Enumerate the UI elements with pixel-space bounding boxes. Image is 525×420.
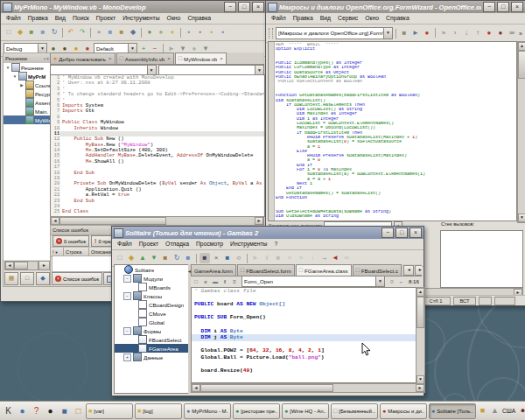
g-image-icon[interactable]: ■	[183, 253, 193, 263]
g-flag-icon[interactable]: ◄	[330, 253, 340, 263]
kweb-icon[interactable]: ●	[16, 404, 29, 417]
minimize-button[interactable]: −	[483, 2, 495, 12]
g-link-icon[interactable]: ∞	[341, 253, 352, 263]
e-split-h-icon[interactable]: ‖	[220, 277, 229, 286]
mono-code-editor[interactable]: ' MyWindow.vb created with MonoDevelop' …	[60, 74, 265, 217]
copy-icon[interactable]: ■	[38, 27, 48, 38]
tree-item-Main.[interactable]: Main.	[4, 107, 51, 116]
task-button-Макросы и ди...[interactable]: ●Макросы и ди...	[380, 403, 427, 419]
callstack-list[interactable]	[440, 230, 523, 288]
tree-item-Решение[interactable]: ▼Решение	[4, 63, 51, 72]
tree-item-Solitaire[interactable]: Solitaire	[115, 265, 188, 274]
g-save-icon[interactable]: ▲	[137, 253, 148, 263]
doc-2-icon[interactable]: ▪	[195, 27, 206, 38]
task-button-MyPrMono - M...[interactable]: ●MyPrMono - M...	[184, 403, 231, 419]
tab-error-list[interactable]: × Список ошибок	[52, 272, 102, 285]
g-archive-icon[interactable]: ■	[160, 253, 171, 263]
menu-item-Правка[interactable]: Правка	[290, 13, 317, 24]
kdisplay-icon[interactable]: ■	[58, 404, 71, 417]
gambas-editor-vscrollbar[interactable]: ▲ ▼	[416, 287, 425, 385]
chevron-down-icon[interactable]: ▼	[383, 28, 392, 38]
redo-icon[interactable]: ↷	[77, 27, 88, 38]
e-new-icon[interactable]: □	[192, 277, 200, 286]
kmenu-icon[interactable]: K	[2, 404, 15, 417]
tab-GameArea.form[interactable]: GameArea.form	[191, 264, 236, 276]
scrollbar-thumb[interactable]	[416, 297, 424, 328]
tab-FGameArea.class[interactable]: □FGameArea.class	[296, 264, 352, 276]
menu-item-Поиск[interactable]: Поиск	[69, 13, 93, 24]
new-file-icon[interactable]: □	[4, 27, 14, 38]
tab-Добро пожаловать[interactable]: ●Добро пожаловать×	[50, 52, 116, 64]
single-step-icon[interactable]: ›	[450, 28, 460, 38]
volume-tray-icon[interactable]: ●	[517, 405, 525, 416]
copy-icon[interactable]: ■	[105, 27, 116, 38]
tab-scroll-right-icon[interactable]: ►	[415, 265, 422, 276]
procedure-combo[interactable]: Form_Open ▼	[242, 276, 385, 287]
delete-icon[interactable]: ◆	[128, 27, 138, 38]
menu-item-Окно[interactable]: Окно	[361, 13, 382, 24]
menu-item-?[interactable]: ?	[270, 239, 281, 249]
menu-item-Инструменты[interactable]: Инструменты	[119, 13, 163, 24]
kball-icon[interactable]: ●	[44, 404, 57, 417]
tree-expander-icon[interactable]: −	[123, 292, 131, 300]
scroll-left-icon[interactable]: ◄	[51, 217, 60, 225]
dock-close-icon[interactable]: ×	[46, 56, 49, 61]
menu-item-Вид[interactable]: Вид	[317, 13, 334, 24]
refresh-icon[interactable]: ↻	[49, 27, 60, 38]
menu-item-Сервис[interactable]: Сервис	[334, 13, 361, 24]
doc-1-icon[interactable]: ▪	[184, 27, 194, 38]
tab-FBoardSelect.form[interactable]: □FBoardSelect.form	[237, 264, 295, 276]
watch-enable-icon[interactable]: ∞	[507, 28, 517, 38]
g-tools-icon[interactable]: ×	[211, 253, 221, 263]
toolbar-handle[interactable]	[269, 28, 273, 38]
step-into-icon[interactable]: ↓	[461, 28, 472, 38]
e-win-icon[interactable]: ▬	[211, 277, 220, 286]
scroll-left-icon[interactable]: ◄	[192, 384, 200, 392]
menu-item-Инструменты[interactable]: Инструменты	[227, 239, 270, 249]
ooo-editor-vscrollbar[interactable]: ▲ ▼	[517, 41, 525, 223]
scrollbar-thumb[interactable]	[60, 217, 166, 225]
tree-expander-icon[interactable]: ▼	[12, 74, 18, 79]
menu-item-Проект[interactable]: Проект	[93, 13, 119, 24]
menu-item-Проект[interactable]: Проект	[136, 239, 162, 249]
tree-item-Классы[interactable]: −Классы	[115, 291, 188, 300]
menu-item-Окно[interactable]: Окно	[164, 13, 185, 24]
tree-item-Модули[interactable]: −Модули	[115, 274, 188, 283]
paste-icon[interactable]: ■	[116, 27, 127, 38]
close-button[interactable]: ×	[511, 2, 523, 12]
tab-AssemblyInfo.vb[interactable]: □AssemblyInfo.vb×	[116, 52, 174, 64]
g-new-icon[interactable]: □	[115, 253, 125, 263]
menu-item-Вид[interactable]: Вид	[52, 13, 69, 24]
tree-expander-icon[interactable]: −	[123, 327, 131, 335]
keyboard-layout-indicator[interactable]: США	[502, 408, 515, 414]
menu-item-Отладка[interactable]: Отладка	[162, 239, 192, 249]
maximize-button[interactable]: □	[497, 2, 509, 12]
close-button[interactable]: ×	[252, 2, 264, 12]
tree-item-MBoards[interactable]: MBoards	[115, 283, 188, 291]
g-into-icon[interactable]: ↓	[307, 253, 318, 263]
menu-item-Справка[interactable]: Справка	[382, 13, 413, 24]
build-3-icon[interactable]: ●	[167, 27, 178, 38]
menu-item-Файл[interactable]: Файл	[114, 239, 136, 249]
tray-klipper-icon[interactable]: ▲	[489, 405, 500, 416]
ooo-titlebar[interactable]: Макросы и диалоги OpenOffice.org.FormWiz…	[266, 1, 525, 13]
menu-item-Файл[interactable]: Файл	[268, 13, 290, 24]
compile-icon[interactable]: ■	[399, 28, 410, 38]
minimize-button[interactable]: −	[382, 228, 394, 238]
menu-item-Файл[interactable]: Файл	[3, 13, 24, 24]
e-dup-icon[interactable]: ■	[201, 277, 210, 286]
task-button-[log][interactable]: ■[log]	[135, 403, 182, 419]
ooo-code-editor[interactable]: REM ***** BASIC *****Option Explicit Pub…	[268, 41, 517, 221]
menu-item-Справка[interactable]: Справка	[184, 13, 214, 24]
tree-expander-icon[interactable]: −	[123, 275, 131, 283]
tray-display-icon[interactable]: ■	[477, 405, 488, 416]
task-button-[var][interactable]: ■[var]	[86, 403, 133, 419]
save-all-icon[interactable]: ■	[26, 27, 37, 38]
undo-icon[interactable]: ↶	[66, 27, 76, 38]
tree-item-MyWin[interactable]: MyWin	[4, 116, 51, 124]
g-step-icon[interactable]: »	[284, 253, 295, 263]
status-insert-mode-cell[interactable]: ВСТ	[453, 297, 476, 305]
scrollbar-thumb[interactable]	[200, 384, 333, 392]
gambas-code-editor[interactable]: ' Gambas class file PUBLIC board AS NEW …	[191, 287, 417, 383]
tab-FBoardSelect.c[interactable]: □FBoardSelect.c	[353, 264, 402, 276]
